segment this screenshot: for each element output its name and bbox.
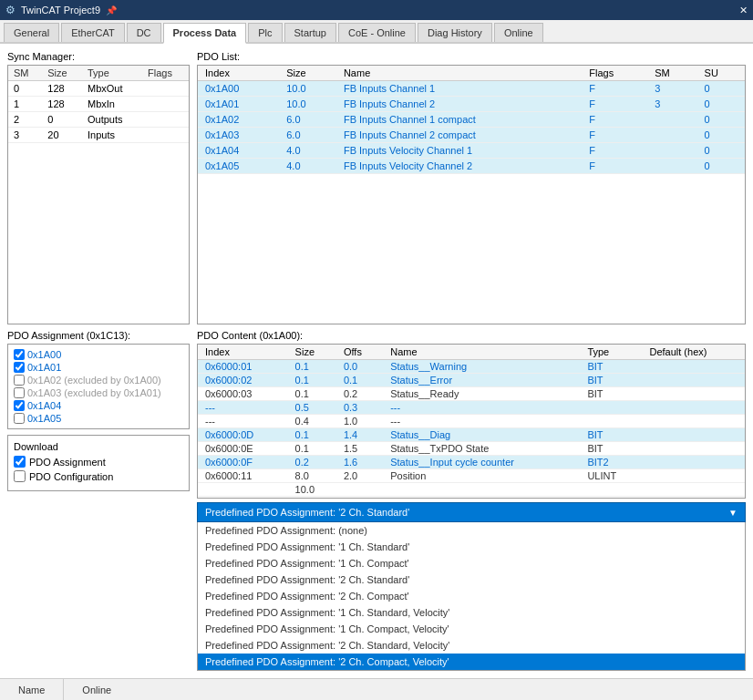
pdo-list-label: PDO List: <box>197 51 746 62</box>
title-bar-icon: ⚙ <box>5 4 15 16</box>
download-label: Download <box>14 441 183 452</box>
pdo-assignment-item: 0x1A02 (excluded by 0x1A00) <box>14 374 183 386</box>
dropdown-item[interactable]: Predefined PDO Assignment: '2 Ch. Standa… <box>198 637 745 654</box>
pdo-assignment-item-label: 0x1A05 <box>27 413 61 424</box>
pdo-assignment-item-label: 0x1A00 <box>27 349 61 360</box>
table-row: 0x6000:010.10.0Status__WarningBIT <box>198 360 745 374</box>
table-row: 0x6000:118.02.0PositionULINT <box>198 469 745 483</box>
table-row: 0x6000:0F0.21.6Status__Input cycle count… <box>198 456 745 469</box>
dropdown-arrow-icon: ▼ <box>728 508 738 518</box>
tab-process-data[interactable]: Process Data <box>163 23 247 44</box>
table-row: 0x1A036.0FB Inputs Channel 2 compactF0 <box>198 128 745 143</box>
content-col-offs: Offs <box>336 345 383 360</box>
pdo-assignment-note: (excluded by 0x1A01) <box>64 387 160 398</box>
dropdown-item[interactable]: Predefined PDO Assignment: '1 Ch. Compac… <box>198 621 745 637</box>
dropdown-item[interactable]: Predefined PDO Assignment: '2 Ch. Standa… <box>198 571 745 588</box>
content-col-default: Default (hex) <box>642 345 745 360</box>
title-bar-title: TwinCAT Project9 <box>21 5 100 15</box>
pdo-assignment-item-label: 0x1A01 <box>27 362 61 373</box>
table-row: ---0.41.0--- <box>198 415 745 428</box>
dropdown-item[interactable]: Predefined PDO Assignment: '1 Ch. Standa… <box>198 539 745 555</box>
pdo-content-table: Index Size Offs Name Type Default (hex) … <box>198 345 745 497</box>
pdo-assignment-checkbox[interactable] <box>14 400 25 411</box>
sm-col-flags: Flags <box>142 66 189 81</box>
table-row: 0x1A0110.0FB Inputs Channel 2F30 <box>198 97 745 112</box>
sync-manager-table: SM Size Type Flags 0128MbxOut1128MbxIn20… <box>8 66 189 143</box>
pdo-assignment-item: 0x1A05 <box>14 412 183 425</box>
tab-coe-online[interactable]: CoE - Online <box>338 23 416 42</box>
download-section: Download PDO AssignmentPDO Configuration <box>7 435 190 491</box>
predefined-dropdown-header[interactable]: Predefined PDO Assignment: '2 Ch. Standa… <box>197 502 746 522</box>
right-panel: PDO Content (0x1A00): Index Size Offs Na… <box>197 330 746 671</box>
table-row: 0128MbxOut <box>8 81 189 97</box>
pdo-col-sm: SM <box>647 66 696 81</box>
tab-diag-history[interactable]: Diag History <box>418 23 492 42</box>
table-row: 0x6000:030.10.2Status__ReadyBIT <box>198 387 745 401</box>
pdo-assignment-checkbox[interactable] <box>14 362 25 373</box>
pdo-assignment-item-label: 0x1A04 <box>27 400 61 411</box>
tab-bar: General EtherCAT DC Process Data Plc Sta… <box>0 20 753 44</box>
content-col-type: Type <box>580 345 642 360</box>
pdo-content-label: PDO Content (0x1A00): <box>197 330 746 341</box>
download-item: PDO Assignment <box>14 456 183 468</box>
pdo-assignment-section: PDO Assignment (0x1C13): 0x1A000x1A010x1… <box>7 330 190 429</box>
table-row: 1128MbxIn <box>8 97 189 112</box>
table-row: 0x1A026.0FB Inputs Channel 1 compactF0 <box>198 112 745 128</box>
bottom-bar: Name Online <box>0 678 753 700</box>
content-col-index: Index <box>198 345 288 360</box>
pdo-assignment-checkbox[interactable] <box>14 349 25 360</box>
pdo-col-size: Size <box>279 66 336 81</box>
title-bar: ⚙ TwinCAT Project9 📌 ✕ <box>0 0 753 20</box>
sync-manager-label: Sync Manager: <box>7 51 190 62</box>
tab-ethercat[interactable]: EtherCAT <box>61 23 124 42</box>
sm-col-sm: SM <box>8 66 42 81</box>
pdo-col-su: SU <box>697 66 745 81</box>
dropdown-item[interactable]: Predefined PDO Assignment: (none) <box>198 522 745 539</box>
close-icon[interactable]: ✕ <box>739 5 748 16</box>
download-checkbox-pdo-assignment[interactable] <box>14 456 26 468</box>
pdo-assignment-item-label: 0x1A02 <box>27 375 61 386</box>
pdo-assignment-checkbox[interactable] <box>14 413 25 424</box>
download-label-pdo-configuration: PDO Configuration <box>29 471 113 482</box>
tab-dc[interactable]: DC <box>127 23 161 42</box>
bottom-bar-name: Name <box>0 679 64 700</box>
table-row: 0x1A054.0FB Inputs Velocity Channel 2F0 <box>198 159 745 174</box>
table-row: 320Inputs <box>8 128 189 143</box>
dropdown-item[interactable]: Predefined PDO Assignment: '2 Ch. Compac… <box>198 588 745 604</box>
dropdown-item[interactable]: Predefined PDO Assignment: '2 Ch. Compac… <box>198 654 745 670</box>
bottom-bar-online: Online <box>64 679 129 700</box>
predefined-dropdown-list: Predefined PDO Assignment: (none)Predefi… <box>197 522 746 671</box>
left-panel: PDO Assignment (0x1C13): 0x1A000x1A010x1… <box>7 330 190 671</box>
pdo-assignment-checkbox[interactable] <box>14 375 25 386</box>
tab-startup[interactable]: Startup <box>284 23 336 42</box>
tab-general[interactable]: General <box>4 23 59 42</box>
pdo-assignment-item-label: 0x1A03 <box>27 387 61 398</box>
table-row: 0x6000:020.10.1Status__ErrorBIT <box>198 374 745 387</box>
pdo-list-section: PDO List: Index Size Name Flags SM SU <box>197 51 746 324</box>
tab-online[interactable]: Online <box>494 23 543 42</box>
table-row: 20Outputs <box>8 112 189 128</box>
dropdown-item[interactable]: Predefined PDO Assignment: '1 Ch. Standa… <box>198 604 745 621</box>
pdo-assignment-checkbox[interactable] <box>14 387 25 398</box>
pdo-list-table: Index Size Name Flags SM SU 0x1A0010.0FB… <box>198 66 745 174</box>
download-checkbox-pdo-configuration[interactable] <box>14 470 26 482</box>
pdo-content-section: PDO Content (0x1A00): Index Size Offs Na… <box>197 330 746 499</box>
pdo-assignment-item: 0x1A00 <box>14 348 183 361</box>
dropdown-item[interactable]: Predefined PDO Assignment: '1 Ch. Compac… <box>198 555 745 571</box>
pin-icon[interactable]: 📌 <box>106 5 117 15</box>
pdo-assignment-label: PDO Assignment (0x1C13): <box>7 330 190 341</box>
main-content: Sync Manager: SM Size Type Flags 0128Mbx… <box>0 44 753 678</box>
table-row: 0x1A044.0FB Inputs Velocity Channel 1F0 <box>198 143 745 159</box>
table-row: 0x1A0010.0FB Inputs Channel 1F30 <box>198 81 745 97</box>
pdo-assignment-item: 0x1A03 (excluded by 0x1A01) <box>14 386 183 399</box>
tab-plc[interactable]: Plc <box>248 23 282 42</box>
content-col-name: Name <box>383 345 580 360</box>
pdo-col-flags: Flags <box>582 66 647 81</box>
download-item: PDO Configuration <box>14 470 183 482</box>
download-label-pdo-assignment: PDO Assignment <box>29 457 106 468</box>
pdo-col-name: Name <box>336 66 582 81</box>
pdo-assignment-note: (excluded by 0x1A00) <box>64 375 160 386</box>
content-col-size: Size <box>288 345 336 360</box>
sm-col-size: Size <box>42 66 82 81</box>
sm-col-type: Type <box>82 66 142 81</box>
